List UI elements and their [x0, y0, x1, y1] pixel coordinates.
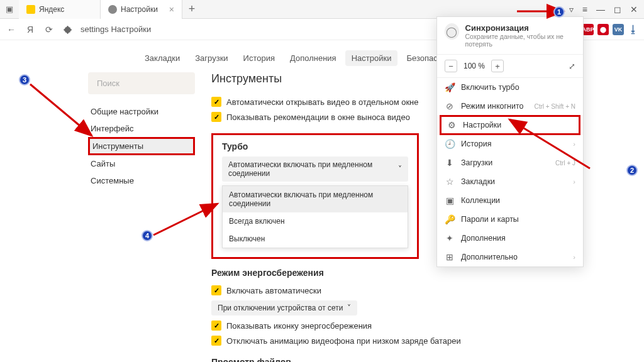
extension-icons: ABP ⬤ VK ⭳	[582, 24, 639, 35]
main-menu-panel: ◯ Синхронизация Сохраните данные, чтобы …	[436, 16, 584, 267]
tab-label: Яндекс	[39, 5, 92, 14]
tab-settings[interactable]: Настройки ×	[101, 0, 182, 19]
menu-label: Закладки	[461, 177, 495, 186]
chevron-down-icon: ˅	[347, 304, 351, 312]
menu-label: Режим инкогнито	[461, 102, 523, 111]
turbo-opt-off[interactable]: Выключен	[223, 230, 408, 248]
search-input[interactable]: Поиск	[88, 72, 195, 94]
abp-icon[interactable]: ABP	[582, 24, 594, 35]
menu-item-3[interactable]: 🕘История›	[437, 134, 583, 153]
menu-icon: ⚙	[447, 120, 457, 130]
menu-label: Включить турбо	[461, 83, 519, 92]
chevron-right-icon: ›	[573, 178, 575, 185]
chevron-down-icon: ˅	[398, 165, 402, 173]
annotation-badge-2: 2	[626, 165, 638, 176]
menu-item-8[interactable]: ✦Дополнения	[437, 229, 583, 248]
checkbox-icon: ✓	[211, 321, 221, 331]
close-icon[interactable]: ×	[169, 4, 174, 14]
tab-label: Настройки	[121, 5, 165, 14]
power-dropdown[interactable]: При отключении устройства от сети ˅	[211, 300, 357, 315]
sidebar-item-system[interactable]: Системные	[88, 172, 195, 189]
menu-icon: ☆	[445, 177, 455, 187]
annotation-badge-4: 4	[142, 230, 153, 241]
dropdown-value: Автоматически включать при медленном сое…	[228, 160, 398, 178]
reload-icon[interactable]: ⟳	[43, 25, 55, 35]
chevron-right-icon: ›	[573, 140, 575, 148]
check-power-auto[interactable]: ✓ Включать автоматически	[211, 283, 644, 298]
checkbox-icon: ✓	[211, 336, 221, 346]
settings-sidebar: Поиск Общие настройки Интерфейс Инструме…	[88, 72, 195, 362]
minimize-icon[interactable]: —	[596, 4, 605, 14]
nav-bookmarks[interactable]: Закладки	[138, 50, 186, 66]
menu-label: Дополнительно	[461, 253, 518, 261]
zoom-out-button[interactable]: −	[445, 60, 457, 72]
bookmark-icon[interactable]: ▿	[569, 4, 574, 14]
sync-title: Синхронизация	[465, 23, 575, 33]
sync-subtitle: Сохраните данные, чтобы их не потерять	[465, 33, 575, 48]
new-tab-button[interactable]: +	[182, 3, 201, 16]
annotation-badge-3: 3	[19, 74, 30, 85]
menu-icon: ⊞	[445, 252, 455, 262]
turbo-dropdown[interactable]: Автоматически включать при медленном сое…	[222, 156, 408, 182]
chevron-right-icon: ›	[573, 253, 575, 261]
menu-item-5[interactable]: ☆Закладки›	[437, 172, 583, 191]
avatar-icon: ◯	[445, 23, 459, 40]
checkbox-icon: ✓	[211, 285, 221, 295]
vk-icon[interactable]: VK	[613, 24, 624, 35]
nav-downloads[interactable]: Загрузки	[189, 50, 234, 66]
menu-icon: 🔑	[445, 214, 455, 224]
menu-label: Коллекции	[461, 196, 500, 205]
menu-label: Настройки	[463, 121, 501, 129]
sidebar-item-interface[interactable]: Интерфейс	[88, 120, 195, 137]
menu-item-0[interactable]: 🚀Включить турбо	[437, 78, 583, 97]
menu-label: Пароли и карты	[461, 215, 519, 224]
sidebar-item-sites[interactable]: Сайты	[88, 155, 195, 172]
check-label: Показывать рекомендации в окне выноса ви…	[226, 112, 410, 122]
nav-history[interactable]: История	[237, 50, 281, 66]
zoom-in-button[interactable]: +	[491, 60, 504, 72]
menu-item-4[interactable]: ⬇ЗагрузкиCtrl + J	[437, 153, 583, 172]
menu-icon: 🕘	[445, 139, 455, 149]
tab-yandex[interactable]: Яндекс	[19, 0, 101, 19]
files-title: Просмотр файлов	[211, 357, 644, 362]
nav-extensions[interactable]: Дополнения	[284, 50, 343, 66]
close-window-icon[interactable]: ✕	[630, 4, 638, 14]
maximize-icon[interactable]: ◻	[614, 4, 621, 14]
sidebar-item-tools[interactable]: Инструменты	[88, 137, 195, 155]
menu-icon: ✦	[445, 233, 455, 243]
fullscreen-icon[interactable]: ⤢	[569, 62, 575, 71]
power-title: Режим энергосбережения	[211, 268, 644, 278]
menu-label: История	[461, 140, 491, 148]
menu-item-7[interactable]: 🔑Пароли и карты	[437, 210, 583, 229]
hamburger-icon[interactable]: ≡	[582, 4, 587, 14]
checkbox-icon: ✓	[211, 112, 221, 122]
check-label: Включать автоматически	[226, 286, 321, 295]
menu-item-2[interactable]: ⚙Настройки	[440, 115, 580, 135]
favicon-settings	[108, 5, 117, 14]
menu-icon: ⊘	[445, 101, 455, 111]
nav-settings[interactable]: Настройки	[345, 50, 398, 66]
downloads-icon[interactable]: ⭳	[628, 24, 639, 35]
check-power-icon[interactable]: ✓ Показывать иконку энергосбережения	[211, 318, 644, 333]
checkbox-icon: ✓	[211, 97, 221, 107]
menu-icon: 🚀	[445, 82, 455, 92]
menu-icon: ▣	[445, 195, 455, 206]
sidebar-toggle-icon[interactable]: ▣	[0, 4, 19, 14]
sync-box[interactable]: ◯ Синхронизация Сохраните данные, чтобы …	[437, 17, 583, 55]
turbo-section: Турбо Автоматически включать при медленн…	[211, 133, 419, 259]
sidebar-item-general[interactable]: Общие настройки	[88, 103, 195, 120]
menu-item-1[interactable]: ⊘Режим инкогнитоCtrl + Shift + N	[437, 97, 583, 116]
ext-icon[interactable]: ⬤	[597, 24, 609, 35]
menu-label: Дополнения	[461, 234, 506, 243]
check-power-anim[interactable]: ✓ Отключать анимацию видеофона при низко…	[211, 333, 644, 348]
favicon-yandex	[26, 5, 35, 14]
menu-item-9[interactable]: ⊞Дополнительно›	[437, 248, 583, 266]
menu-item-6[interactable]: ▣Коллекции	[437, 191, 583, 210]
turbo-opt-on[interactable]: Всегда включен	[223, 212, 408, 230]
zoom-row: − 100 % + ⤢	[437, 55, 583, 78]
turbo-opt-auto[interactable]: Автоматически включать при медленном сое…	[223, 186, 408, 212]
dropdown-value: При отключении устройства от сети	[218, 304, 343, 312]
shield-icon: 🟐	[62, 25, 74, 35]
back-icon[interactable]: ←	[5, 25, 18, 35]
ya-logo-icon[interactable]: Я	[24, 25, 36, 35]
